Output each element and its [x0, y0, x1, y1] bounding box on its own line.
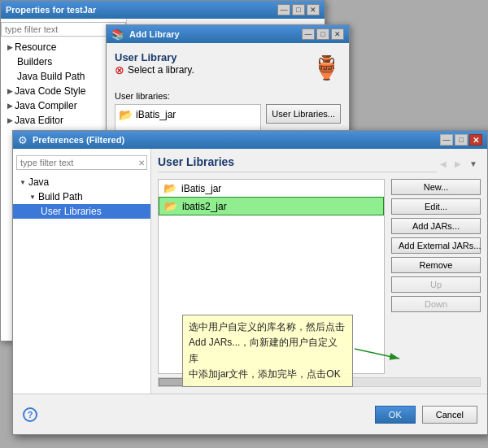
lib-folder-icon: 📂	[163, 182, 176, 194]
library-icon: 🏺	[312, 54, 341, 81]
properties-controls: — □ ✕	[277, 4, 320, 15]
user-libraries-btn[interactable]: User Libraries...	[266, 104, 341, 124]
pref-main-title: User Libraries	[158, 155, 437, 172]
arrow-icon: ▶	[7, 116, 13, 124]
pref-filter-input[interactable]	[17, 156, 136, 169]
ok-btn[interactable]: OK	[375, 406, 416, 424]
menu-btn[interactable]: ▼	[466, 159, 481, 169]
pref-close[interactable]: ✕	[469, 134, 482, 146]
annotation-box: 选中用户自定义的库名称，然后点击Add JARs...，向新建的用户自定义库中添…	[182, 315, 353, 387]
add-lib-close[interactable]: ✕	[331, 28, 344, 40]
pref-titlebar: ⚙ Preferences (Filtered) — □ ✕	[13, 131, 487, 149]
pref-minimize[interactable]: —	[440, 134, 453, 146]
expand-icon: ▼	[20, 179, 26, 186]
add-lib-minimize[interactable]: —	[302, 28, 315, 40]
maximize-btn[interactable]: □	[292, 4, 305, 15]
lib-folder-icon: 📂	[164, 200, 177, 212]
minimize-btn[interactable]: —	[277, 4, 290, 15]
pref-tree-build-path[interactable]: ▼ Build Path	[13, 189, 150, 204]
add-lib-list-item[interactable]: 📂 iBatis_jar	[119, 108, 176, 121]
forward-btn[interactable]: ▶	[451, 159, 464, 169]
build-path-label: Build Path	[38, 191, 83, 202]
pref-tree: ▼ Java ▼ Build Path User Libraries	[13, 173, 150, 220]
add-lib-header: User Library ⊗ Select a library. 🏺	[115, 51, 341, 85]
arrow-icon: ▶	[7, 102, 13, 110]
annotation-text: 选中用户自定义的库名称，然后点击Add JARs...，向新建的用户自定义库中添…	[189, 321, 345, 380]
add-library-titlebar: 📚 Add Library — □ ✕	[107, 25, 349, 43]
help-icon[interactable]: ?	[23, 407, 37, 422]
pref-footer: ? OK Cancel	[13, 394, 487, 434]
new-btn[interactable]: New...	[391, 179, 481, 195]
pref-title: Preferences (Filtered)	[33, 135, 124, 145]
add-lib-error-text: Select a library.	[128, 64, 194, 76]
pref-filter-clear-icon[interactable]: ✕	[136, 157, 147, 169]
arrow-icon: ▶	[7, 87, 13, 95]
add-jars-btn[interactable]: Add JARs...	[391, 218, 481, 234]
properties-titlebar: Properties for testJar — □ ✕	[1, 1, 325, 19]
add-external-jars-btn[interactable]: Add External JARs...	[391, 237, 481, 254]
lib-item-ibatis-jar[interactable]: 📂 iBatis_jar	[159, 180, 384, 197]
lib-folder-icon: 📂	[119, 108, 133, 121]
edit-btn[interactable]: Edit...	[391, 198, 481, 215]
add-lib-list-label: User libraries:	[115, 91, 341, 101]
down-btn[interactable]: Down	[391, 296, 481, 312]
pref-sidebar: ✕ ▼ Java ▼ Build Path User Libraries	[13, 149, 151, 394]
pref-maximize[interactable]: □	[455, 134, 468, 146]
add-library-title: Add Library	[129, 29, 180, 39]
pref-tree-user-libraries[interactable]: User Libraries	[13, 204, 150, 219]
cancel-btn[interactable]: Cancel	[422, 406, 477, 424]
add-lib-subtitle: ⊗ Select a library.	[115, 63, 194, 76]
pref-tree-java[interactable]: ▼ Java	[13, 175, 150, 189]
error-icon: ⊗	[115, 63, 124, 76]
pref-footer-btns: OK Cancel	[375, 406, 477, 424]
add-lib-section-title: User Library	[115, 51, 194, 63]
pref-main-header: User Libraries ◀ ▶ ▼	[158, 155, 481, 172]
pref-filter-row: ✕	[16, 155, 147, 170]
pref-nav-btns: ◀ ▶ ▼	[437, 159, 481, 169]
close-btn[interactable]: ✕	[307, 4, 320, 15]
up-btn[interactable]: Up	[391, 276, 481, 293]
preferences-window: ⚙ Preferences (Filtered) — □ ✕ ✕ ▼ Java …	[12, 130, 488, 435]
back-btn[interactable]: ◀	[437, 159, 450, 169]
add-lib-maximize[interactable]: □	[316, 28, 329, 40]
pref-right-buttons: New... Edit... Add JARs... Add External …	[391, 179, 481, 374]
properties-title: Properties for testJar	[6, 5, 96, 15]
lib-item-ibatis2-jar[interactable]: 📂 ibatis2_jar	[159, 197, 384, 215]
arrow-icon: ▶	[7, 43, 13, 51]
lib-name: iBatis_jar	[136, 109, 176, 120]
add-library-controls: — □ ✕	[302, 28, 344, 40]
remove-btn[interactable]: Remove	[391, 257, 481, 273]
expand-icon: ▼	[29, 194, 36, 201]
pref-controls: — □ ✕	[440, 134, 482, 146]
